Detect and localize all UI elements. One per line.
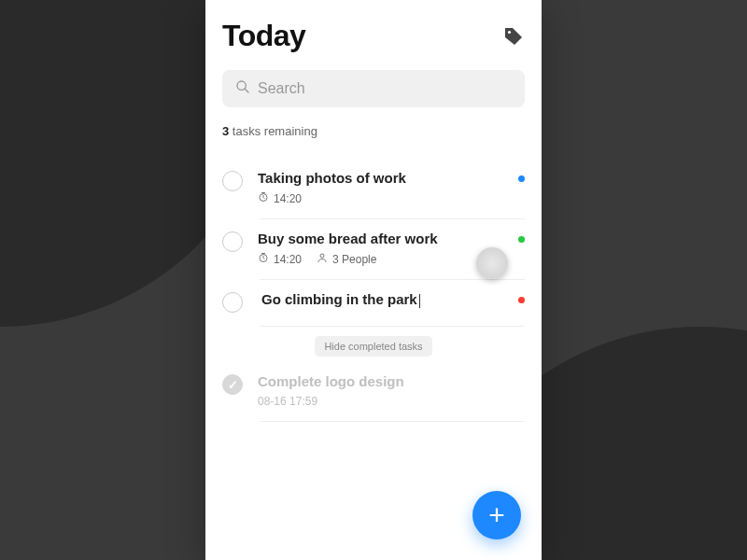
task-title: Buy some bread after work: [258, 231, 525, 246]
task-checkbox[interactable]: [222, 374, 243, 395]
search-box[interactable]: [222, 70, 525, 107]
task-time: 14:20: [258, 252, 302, 266]
add-task-button[interactable]: +: [472, 491, 521, 539]
task-time-value: 14:20: [274, 253, 302, 266]
task-row[interactable]: Go climbing in the park: [222, 280, 525, 326]
task-body: Go climbing in the park: [258, 291, 525, 310]
plus-icon: +: [488, 499, 505, 531]
task-row[interactable]: Buy some bread after work 14:20 3 People: [222, 219, 525, 279]
svg-point-5: [320, 254, 324, 258]
task-people-value: 3 People: [332, 253, 376, 266]
person-icon: [317, 252, 328, 266]
task-people: 3 People: [317, 252, 376, 266]
task-title: Complete logo design: [258, 373, 525, 389]
tag-icon[interactable]: [502, 25, 525, 48]
tasks-remaining: 3 tasks remaining: [222, 124, 525, 138]
phone-frame: Today 3 tasks remaining Taking photos of…: [205, 0, 542, 560]
header: Today: [222, 19, 525, 53]
task-meta: 14:20: [258, 191, 525, 205]
task-tag-dot: [518, 297, 525, 303]
task-body: Complete logo design 08-16 17:59: [258, 373, 525, 408]
task-tag-dot: [518, 236, 525, 243]
task-row[interactable]: Taking photos of work 14:20: [222, 159, 525, 218]
page-title: Today: [222, 19, 305, 53]
search-input[interactable]: [258, 80, 512, 97]
hide-completed-button[interactable]: Hide completed tasks: [315, 336, 431, 357]
task-meta: 08-16 17:59: [258, 395, 525, 408]
task-title[interactable]: Go climbing in the park: [258, 291, 525, 308]
clock-icon: [258, 252, 269, 266]
task-row[interactable]: Complete logo design 08-16 17:59: [222, 362, 525, 421]
search-icon: [235, 79, 258, 98]
task-title: Taking photos of work: [258, 170, 525, 186]
task-time-value: 14:20: [274, 192, 302, 205]
clock-icon: [258, 191, 269, 205]
task-time: 08-16 17:59: [258, 395, 317, 408]
task-checkbox[interactable]: [222, 292, 243, 313]
task-meta: 14:20 3 People: [258, 252, 525, 266]
task-body: Buy some bread after work 14:20 3 People: [258, 231, 525, 266]
task-tag-dot: [518, 175, 525, 182]
task-checkbox[interactable]: [222, 231, 243, 252]
svg-line-2: [245, 89, 248, 92]
task-time: 14:20: [258, 191, 302, 205]
task-time-value: 08-16 17:59: [258, 395, 317, 408]
task-checkbox[interactable]: [222, 171, 243, 191]
divider: [260, 421, 525, 422]
tasks-remaining-label: tasks remaining: [229, 124, 317, 138]
hide-completed-row: Hide completed tasks: [222, 327, 525, 362]
task-body: Taking photos of work 14:20: [258, 170, 525, 205]
svg-point-0: [508, 30, 511, 33]
